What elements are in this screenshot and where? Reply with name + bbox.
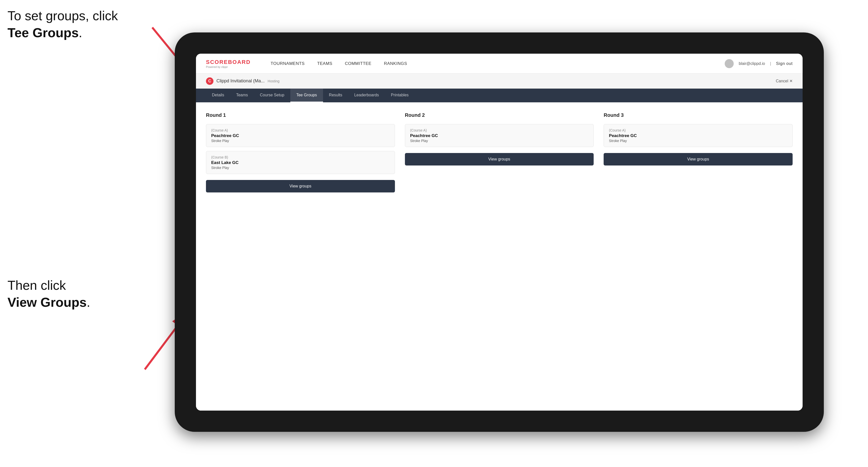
user-email: blair@clippd.io [739,61,765,66]
tab-teams[interactable]: Teams [230,89,254,102]
tournament-bar: C Clippd Invitational (Ma... Hosting Can… [196,74,803,89]
instruction-bottom: Then click View Groups. [7,277,90,311]
round-1-title: Round 1 [206,112,395,118]
round-2-course-a-format: Stroke Play [410,139,589,143]
round-3-course-a-format: Stroke Play [609,139,787,143]
round-1-course-b-format: Stroke Play [211,166,390,170]
round-3-course-a-card: (Course A) Peachtree GC Stroke Play [603,124,793,147]
round-2-course-a-name: Peachtree GC [410,133,589,138]
tab-details[interactable]: Details [206,89,230,102]
tab-results[interactable]: Results [323,89,348,102]
main-content: Round 1 (Course A) Peachtree GC Stroke P… [196,102,803,411]
nav-rankings[interactable]: RANKINGS [384,61,407,66]
round-3-course-a-name: Peachtree GC [609,133,787,138]
round-1-course-a-format: Stroke Play [211,139,390,143]
sign-out-link[interactable]: Sign out [776,61,793,66]
round-1-course-b-name: East Lake GC [211,160,390,165]
tablet-device: SCOREBOARD Powered by clippr TOURNAMENTS… [175,32,824,432]
nav-links: TOURNAMENTS TEAMS COMMITTEE RANKINGS [271,61,710,66]
round-1-column: Round 1 (Course A) Peachtree GC Stroke P… [206,112,395,192]
round-3-title: Round 3 [603,112,793,118]
round-1-view-groups-button[interactable]: View groups [206,180,395,192]
nav-committee[interactable]: COMMITTEE [345,61,371,66]
round-2-course-a-card: (Course A) Peachtree GC Stroke Play [405,124,594,147]
round-1-course-a-label: (Course A) [211,128,390,132]
avatar [725,59,734,68]
round-2-course-a-label: (Course A) [410,128,589,132]
nav-right: blair@clippd.io | Sign out [725,59,793,68]
view-groups-bold: View Groups [7,295,87,310]
round-3-column: Round 3 (Course A) Peachtree GC Stroke P… [603,112,793,192]
round-2-view-groups-button[interactable]: View groups [405,153,594,165]
tournament-name: Clippd Invitational (Ma... [216,79,265,84]
round-1-course-a-name: Peachtree GC [211,133,390,138]
round-3-course-a-label: (Course A) [609,128,787,132]
round-3-view-groups-button[interactable]: View groups [603,153,793,165]
hosting-status: Hosting [268,79,279,83]
round-2-title: Round 2 [405,112,594,118]
top-nav: SCOREBOARD Powered by clippr TOURNAMENTS… [196,54,803,74]
tab-printables[interactable]: Printables [385,89,415,102]
logo-sub: Powered by clippr [206,65,251,68]
tab-bar: Details Teams Course Setup Tee Groups Re… [196,89,803,102]
logo-area: SCOREBOARD Powered by clippr [206,59,251,68]
tab-course-setup[interactable]: Course Setup [254,89,290,102]
tee-groups-bold: Tee Groups [7,26,79,40]
cancel-button[interactable]: Cancel ✕ [776,79,793,83]
tab-leaderboards[interactable]: Leaderboards [348,89,385,102]
rounds-grid: Round 1 (Course A) Peachtree GC Stroke P… [206,112,793,192]
tournament-title: C Clippd Invitational (Ma... Hosting [206,77,280,85]
round-1-course-b-label: (Course B) [211,155,390,159]
logo-text: SCOREBOARD [206,59,251,65]
round-1-course-a-card: (Course A) Peachtree GC Stroke Play [206,124,395,147]
nav-teams[interactable]: TEAMS [317,61,332,66]
logo-scoreboard: SCOREBOARD [206,59,251,65]
tablet-screen: SCOREBOARD Powered by clippr TOURNAMENTS… [196,54,803,411]
instruction-top: To set groups, click Tee Groups. [7,7,118,41]
nav-tournaments[interactable]: TOURNAMENTS [271,61,305,66]
tab-tee-groups[interactable]: Tee Groups [290,89,323,102]
round-1-course-b-card: (Course B) East Lake GC Stroke Play [206,151,395,174]
round-2-column: Round 2 (Course A) Peachtree GC Stroke P… [405,112,594,192]
tournament-logo: C [206,77,213,85]
